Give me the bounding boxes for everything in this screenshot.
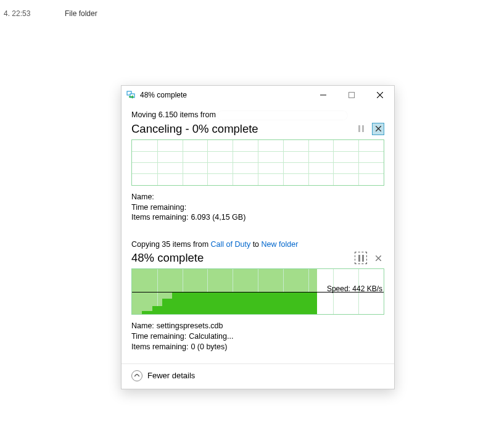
- op1-items-remaining-label: Items remaining:: [131, 212, 188, 223]
- op1-description: Moving 6.150 items from: [131, 110, 384, 120]
- op2-items-remaining-value: 0 (0 bytes): [191, 342, 227, 352]
- chevron-up-icon[interactable]: [131, 370, 142, 381]
- copy-move-icon: [126, 90, 136, 100]
- op2-time-remaining-label: Time remaining:: [131, 331, 186, 342]
- op1-redacted-source: [218, 111, 347, 120]
- op2-header: 48% complete: [131, 251, 384, 265]
- svg-rect-10: [358, 255, 360, 262]
- op1-details: Name: Time remaining: Items remaining: 6…: [131, 192, 384, 223]
- svg-rect-7: [362, 125, 364, 132]
- minimize-button[interactable]: [309, 86, 337, 104]
- op2-to-word: to: [253, 240, 259, 249]
- op2-dest-link[interactable]: New folder: [262, 240, 299, 249]
- op1-name-redacted: [157, 192, 189, 199]
- op2-items-remaining-label: Items remaining:: [131, 342, 188, 352]
- op1-desc-prefix: Moving 6.150 items from: [131, 110, 216, 119]
- op1-time-remaining-label: Time remaining:: [131, 202, 186, 213]
- op1-name-label: Name:: [131, 192, 154, 202]
- pause-button[interactable]: [355, 252, 367, 264]
- op2-desc-prefix: Copying 35 items from: [131, 240, 208, 249]
- op2-description: Copying 35 items from Call of Duty to Ne…: [131, 240, 384, 249]
- file-copy-dialog: 48% complete Moving 6.150 items from Can…: [121, 85, 395, 389]
- title-bar[interactable]: 48% complete: [122, 86, 394, 104]
- op2-actions: [355, 252, 384, 264]
- op1-items-remaining-value: 6.093 (4,15 GB): [191, 212, 245, 223]
- op2-block: Copying 35 items from Call of Duty to Ne…: [131, 240, 384, 352]
- svg-rect-6: [358, 125, 360, 132]
- explorer-file-type: File folder: [65, 9, 97, 18]
- dialog-content: Moving 6.150 items from Canceling - 0% c…: [122, 104, 394, 352]
- op1-actions: [355, 123, 384, 135]
- op2-details: Name: settingspresets.cdb Time remaining…: [131, 321, 384, 352]
- op2-name-label: Name:: [131, 321, 154, 331]
- op1-speed-graph: [131, 139, 384, 186]
- window-controls: [309, 86, 394, 104]
- op2-speed-graph: Speed: 442 KB/s: [131, 268, 384, 315]
- op2-source-link[interactable]: Call of Duty: [211, 240, 251, 249]
- explorer-date-time: 4. 22:53: [4, 9, 30, 18]
- op1-header: Canceling - 0% complete: [131, 122, 384, 136]
- op2-speed-label: Speed: 442 KB/s: [326, 284, 384, 293]
- dialog-footer: Fewer details: [122, 363, 394, 389]
- svg-rect-3: [349, 93, 355, 98]
- cancel-button[interactable]: [372, 123, 384, 135]
- cancel-button[interactable]: [372, 252, 384, 264]
- close-button[interactable]: [366, 86, 394, 104]
- svg-rect-11: [362, 255, 364, 262]
- op2-time-remaining-value: Calculating...: [189, 331, 233, 342]
- title-bar-text: 48% complete: [140, 91, 309, 99]
- op1-heading: Canceling - 0% complete: [131, 122, 258, 136]
- op2-heading: 48% complete: [131, 251, 204, 265]
- op2-name-value: settingspresets.cdb: [157, 321, 223, 331]
- maximize-button[interactable]: [337, 86, 366, 104]
- pause-button[interactable]: [355, 123, 367, 135]
- fewer-details-toggle[interactable]: Fewer details: [147, 371, 195, 380]
